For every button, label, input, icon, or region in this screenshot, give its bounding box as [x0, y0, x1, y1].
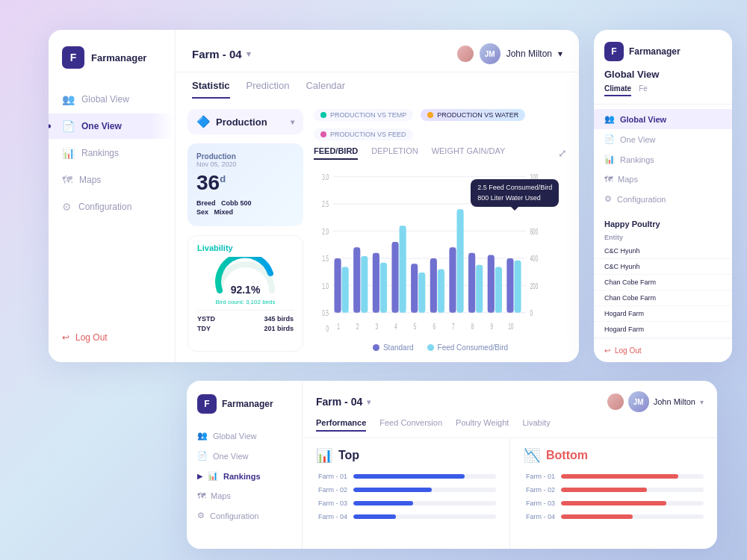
svg-rect-22	[391, 242, 398, 313]
svg-text:8: 8	[471, 322, 474, 331]
svg-rect-20	[353, 247, 360, 312]
ptr-tab-fe[interactable]: Fe	[639, 84, 648, 96]
bottom-bar-track-3	[561, 501, 704, 505]
logo-letter: F	[70, 52, 77, 63]
bottom-bar-track-2	[561, 488, 704, 492]
svg-text:5: 5	[414, 322, 417, 331]
user-avatar: JM	[480, 43, 500, 64]
rankings-icon: 📊	[62, 147, 75, 159]
sidebar-item-maps[interactable]: 🗺 Maps	[49, 167, 175, 193]
bp-tab-poultry-weight[interactable]: Poultry Weight	[456, 418, 509, 432]
bp-nav-icon-maps: 🗺	[197, 491, 205, 500]
chart-tab-depletion[interactable]: DEPLETION	[371, 146, 418, 160]
bp-tab-feed-conversion[interactable]: Feed Conversion	[379, 418, 442, 432]
bp-nav-one-view[interactable]: 📄 One View	[187, 446, 302, 466]
ptr-nav-rankings[interactable]: 📊 Rankings	[594, 149, 732, 169]
bottom-bar-fill-4	[561, 514, 633, 519]
svg-rect-31	[380, 263, 387, 313]
sidebar-item-configuration[interactable]: ⚙ Configuration	[49, 194, 175, 220]
bp-logo-box: F	[197, 394, 217, 414]
ptr-nav-icon-one: 📄	[604, 134, 615, 144]
svg-text:600: 600	[530, 227, 539, 236]
svg-rect-34	[438, 270, 444, 313]
bottom-chart-icon: 📉	[524, 447, 540, 464]
bp-farm-row: Farm - 04 ▾ JM John Milton ▾	[316, 391, 704, 412]
chart-tab-feed-bird[interactable]: FEED/BIRD	[314, 146, 358, 160]
sidebar-item-rankings[interactable]: 📊 Rankings	[49, 140, 175, 166]
legend-prod-vs-feed[interactable]: PRODUCTION VS FEED	[314, 128, 413, 140]
chart-legend-standard: Standard	[373, 343, 414, 352]
bottom-bar-fill-1	[561, 474, 678, 479]
ptr-tab-climate[interactable]: Climate	[604, 84, 631, 96]
legend-dot-water	[427, 112, 433, 118]
one-view-icon: 📄	[62, 120, 75, 132]
tab-prediction[interactable]: Prediction	[247, 80, 290, 99]
list-item-4: Hogard Farm	[594, 306, 732, 322]
bp-nav-config[interactable]: ⚙ Configuration	[187, 505, 302, 526]
bp-bottom-col: 📉 Bottom Farm - 01 Farm - 02 Farm -	[509, 438, 717, 549]
svg-text:10: 10	[508, 322, 513, 331]
svg-rect-32	[400, 225, 406, 313]
sidebar-nav: 👥 Global View 📄 One View 📊 Rankings 🗺 Ma…	[49, 87, 175, 319]
expand-icon[interactable]: ⤢	[558, 147, 567, 159]
bar-chart-svg: 3.0 2.5 2.0 1.5 1.0 0.5 0 100 800 600 40…	[314, 166, 567, 335]
ptr-list-header: Entity	[594, 231, 732, 243]
legend-prod-vs-temp[interactable]: PRODUCTION VS TEMP	[314, 109, 413, 121]
bottom-bar-farm3: Farm - 03	[524, 500, 704, 507]
production-chevron-icon: ▾	[291, 118, 294, 126]
svg-text:800: 800	[530, 200, 539, 209]
svg-rect-29	[342, 267, 349, 313]
ptr-title: Global View	[604, 69, 722, 80]
ptr-logout-button[interactable]: ↩ Log Out	[594, 338, 732, 362]
sidebar-logo: F Farmanager	[49, 46, 175, 87]
tab-calendar[interactable]: Calendar	[306, 80, 345, 99]
bottom-panel: F Farmanager 👥 Global View 📄 One View ▶ …	[187, 381, 717, 549]
ptr-nav-configuration[interactable]: ⚙ Configuration	[594, 189, 732, 209]
bp-nav-global-view[interactable]: 👥 Global View	[187, 426, 302, 446]
sidebar-item-one-view[interactable]: 📄 One View	[49, 113, 175, 139]
ptr-nav-icon-config: ⚙	[604, 194, 612, 204]
top-bar-farm3: Farm - 03	[316, 500, 496, 507]
svg-text:9: 9	[490, 322, 493, 331]
bp-farm-selector[interactable]: Farm - 04 ▾	[316, 396, 371, 408]
logout-button[interactable]: ↩ Log Out	[49, 325, 175, 350]
svg-rect-21	[373, 253, 379, 313]
main-header: Farm - 04 ▾ JM John Milton ▾	[176, 30, 579, 72]
top-bar-track-2	[353, 488, 496, 492]
bottom-bar-farm4: Farm - 04	[524, 513, 704, 520]
top-bar-farm1: Farm - 01	[316, 473, 496, 480]
legend-prod-vs-water[interactable]: PRODUCTION VS WATER	[421, 109, 525, 121]
prod-info-label: Production	[196, 152, 294, 161]
top-bar-fill-3	[353, 501, 413, 505]
svg-text:400: 400	[530, 255, 539, 264]
ptr-list: Entity C&C Hyunh C&C Hyunh Chan Cobe Far…	[594, 231, 732, 337]
ptr-nav-maps[interactable]: 🗺 Maps	[594, 169, 732, 189]
top-bar-farm2: Farm - 02	[316, 486, 496, 494]
bp-app-name: Farmanager	[222, 399, 273, 409]
global-view-icon: 👥	[62, 93, 75, 105]
bp-nav-rankings[interactable]: ▶ 📊 Rankings	[187, 466, 302, 486]
ptr-logo: F Farmanager	[604, 42, 722, 61]
bottom-bar-farm1: Farm - 01	[524, 473, 704, 480]
legend-dot-feed-consumed	[427, 344, 434, 351]
legend-row: PRODUCTION VS TEMP PRODUCTION VS WATER P…	[314, 109, 567, 140]
bp-nav-maps[interactable]: 🗺 Maps	[187, 486, 302, 505]
ptr-nav-global-view[interactable]: 👥 Global View	[594, 109, 732, 129]
tab-statistic[interactable]: Statistic	[192, 80, 230, 99]
svg-rect-33	[418, 273, 425, 313]
config-icon: ⚙	[62, 201, 72, 213]
bp-tab-performance[interactable]: Performance	[316, 418, 366, 432]
farm-selector[interactable]: Farm - 04 ▾	[192, 48, 251, 60]
bp-tabs: Performance Feed Conversion Poultry Weig…	[316, 418, 704, 432]
sidebar-item-global-view[interactable]: 👥 Global View	[49, 87, 175, 112]
svg-text:2.0: 2.0	[322, 227, 329, 236]
ptr-nav-one-view[interactable]: 📄 One View	[594, 129, 732, 149]
chart-tab-weight-gain-day[interactable]: WEIGHT GAIN/DAY	[432, 146, 506, 160]
production-dropdown[interactable]: 🔷 Production ▾	[187, 109, 303, 134]
chart-legend-row: Standard Feed Consumed/Bird	[314, 340, 567, 352]
farm-chevron-icon: ▾	[247, 49, 251, 59]
user-name: John Milton	[506, 49, 552, 59]
production-label: Production	[216, 116, 267, 128]
bp-nav-icon-one: 📄	[197, 451, 208, 461]
bp-tab-livabity[interactable]: Livabity	[522, 418, 550, 432]
